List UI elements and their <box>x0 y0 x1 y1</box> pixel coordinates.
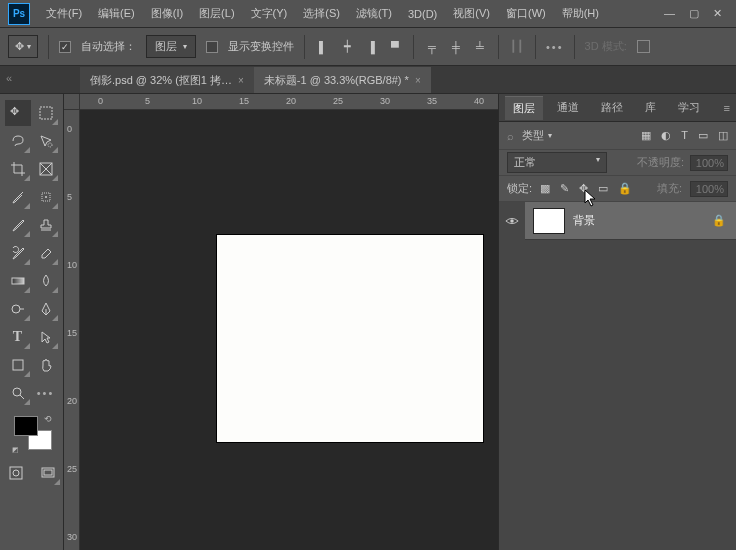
menu-view[interactable]: 视图(V) <box>445 0 498 28</box>
healing-tool[interactable] <box>33 184 59 210</box>
svg-point-11 <box>13 388 21 396</box>
ruler-tick: 5 <box>67 192 72 202</box>
filter-type-icon[interactable]: T <box>681 129 688 142</box>
crop-tool[interactable] <box>5 156 31 182</box>
lasso-tool[interactable] <box>5 128 31 154</box>
blend-mode-dropdown[interactable]: 正常 ▾ <box>507 152 607 173</box>
history-brush-tool[interactable] <box>5 240 31 266</box>
gradient-tool[interactable] <box>5 268 31 294</box>
window-minimize-icon[interactable]: — <box>664 7 675 20</box>
type-tool[interactable]: T <box>5 324 31 350</box>
fill-input[interactable]: 100% <box>690 181 728 197</box>
align-hcenter-icon[interactable]: ┿ <box>339 39 355 55</box>
menu-help[interactable]: 帮助(H) <box>554 0 607 28</box>
document-tab-1[interactable]: 倒影.psd @ 32% (抠图1 拷… × <box>80 67 254 93</box>
divider <box>48 35 49 59</box>
lock-icon[interactable]: 🔒 <box>712 214 726 227</box>
filter-adjust-icon[interactable]: ◐ <box>661 129 671 142</box>
tool-preset-dropdown[interactable]: ✥ ▾ <box>8 35 38 58</box>
distribute-vcenter-icon[interactable]: ╪ <box>448 39 464 55</box>
layer-name[interactable]: 背景 <box>573 213 712 228</box>
layer-row-background[interactable]: 背景 🔒 <box>525 202 736 240</box>
lock-transparent-icon[interactable]: ▩ <box>540 182 550 195</box>
marquee-tool[interactable] <box>33 100 59 126</box>
eyedropper-tool[interactable] <box>5 184 31 210</box>
eraser-tool[interactable] <box>33 240 59 266</box>
move-tool[interactable]: ✥ <box>5 100 31 126</box>
menu-window[interactable]: 窗口(W) <box>498 0 554 28</box>
show-transform-checkbox[interactable] <box>206 41 218 53</box>
close-tab-icon[interactable]: × <box>415 75 421 86</box>
panels-area: 图层 通道 路径 库 学习 ≡ ⌕ 类型 ▾ ▦ ◐ T ▭ ◫ 正常 ▾ <box>498 94 736 550</box>
menu-type[interactable]: 文字(Y) <box>243 0 296 28</box>
distribute-spacing-icon[interactable]: ┃┃ <box>509 39 525 55</box>
panel-menu-icon[interactable]: ≡ <box>724 102 730 114</box>
path-select-tool[interactable] <box>33 324 59 350</box>
quick-mask-icon[interactable] <box>3 460 29 486</box>
default-colors-icon[interactable]: ◩ <box>12 446 19 454</box>
window-close-icon[interactable]: ✕ <box>713 7 722 20</box>
search-icon[interactable]: ⌕ <box>507 130 514 142</box>
color-swatches[interactable]: ⟲ ◩ <box>10 414 54 454</box>
shape-tool[interactable] <box>5 352 31 378</box>
window-maximize-icon[interactable]: ▢ <box>689 7 699 20</box>
dodge-tool[interactable] <box>5 296 31 322</box>
foreground-color[interactable] <box>14 416 38 436</box>
lock-pixels-icon[interactable]: ✎ <box>560 182 569 195</box>
menu-image[interactable]: 图像(I) <box>143 0 191 28</box>
tab-paths[interactable]: 路径 <box>593 96 631 119</box>
collapse-panels-icon[interactable]: « <box>6 72 16 82</box>
screen-mode-icon[interactable] <box>35 460 61 486</box>
document-tab-2[interactable]: 未标题-1 @ 33.3%(RGB/8#) * × <box>254 67 431 93</box>
canvas-area[interactable]: 0 5 10 15 20 25 30 35 40 0 5 10 15 20 25… <box>64 94 498 550</box>
ruler-horizontal[interactable]: 0 5 10 15 20 25 30 35 40 <box>80 94 498 110</box>
show-transform-label: 显示变换控件 <box>228 39 294 54</box>
filter-pixel-icon[interactable]: ▦ <box>641 129 651 142</box>
align-left-icon[interactable]: ▌ <box>315 39 331 55</box>
opacity-input[interactable]: 100% <box>690 155 728 171</box>
zoom-tool[interactable] <box>5 380 31 406</box>
layer-thumbnail[interactable] <box>533 208 565 234</box>
align-top-icon[interactable]: ▀ <box>387 39 403 55</box>
ruler-origin[interactable] <box>64 94 80 110</box>
lock-position-icon[interactable]: ✥ <box>579 182 588 195</box>
close-tab-icon[interactable]: × <box>238 75 244 86</box>
filter-smart-icon[interactable]: ◫ <box>718 129 728 142</box>
menu-3d[interactable]: 3D(D) <box>400 0 445 28</box>
edit-toolbar[interactable]: ••• <box>33 380 59 406</box>
layer-list[interactable]: 背景 🔒 <box>499 202 736 550</box>
menu-edit[interactable]: 编辑(E) <box>90 0 143 28</box>
more-options-icon[interactable]: ••• <box>546 41 564 53</box>
filter-shape-icon[interactable]: ▭ <box>698 129 708 142</box>
menu-select[interactable]: 选择(S) <box>295 0 348 28</box>
align-right-icon[interactable]: ▐ <box>363 39 379 55</box>
hand-tool[interactable] <box>33 352 59 378</box>
ruler-vertical[interactable]: 0 5 10 15 20 25 30 <box>64 110 80 550</box>
distribute-top-icon[interactable]: ╤ <box>424 39 440 55</box>
stamp-tool[interactable] <box>33 212 59 238</box>
lock-artboard-icon[interactable]: ▭ <box>598 182 608 195</box>
3d-mode-icon[interactable] <box>637 40 650 53</box>
swap-colors-icon[interactable]: ⟲ <box>44 414 52 424</box>
layer-visibility-toggle[interactable] <box>499 202 525 240</box>
brush-tool[interactable] <box>5 212 31 238</box>
lock-all-icon[interactable]: 🔒 <box>618 182 632 195</box>
lock-label: 锁定: <box>507 181 532 196</box>
tab-learn[interactable]: 学习 <box>670 96 708 119</box>
frame-tool[interactable] <box>33 156 59 182</box>
menu-filter[interactable]: 滤镜(T) <box>348 0 400 28</box>
tab-layers[interactable]: 图层 <box>505 96 543 120</box>
pen-tool[interactable] <box>33 296 59 322</box>
filter-type-dropdown[interactable]: 类型 ▾ <box>522 128 552 143</box>
auto-select-target-dropdown[interactable]: 图层 ▾ <box>146 35 196 58</box>
menu-file[interactable]: 文件(F) <box>38 0 90 28</box>
distribute-bottom-icon[interactable]: ╧ <box>472 39 488 55</box>
ruler-tick: 25 <box>67 464 77 474</box>
auto-select-checkbox[interactable] <box>59 41 71 53</box>
menu-layer[interactable]: 图层(L) <box>191 0 242 28</box>
quick-select-tool[interactable] <box>33 128 59 154</box>
canvas-document[interactable] <box>217 235 483 442</box>
blur-tool[interactable] <box>33 268 59 294</box>
tab-channels[interactable]: 通道 <box>549 96 587 119</box>
tab-library[interactable]: 库 <box>637 96 664 119</box>
